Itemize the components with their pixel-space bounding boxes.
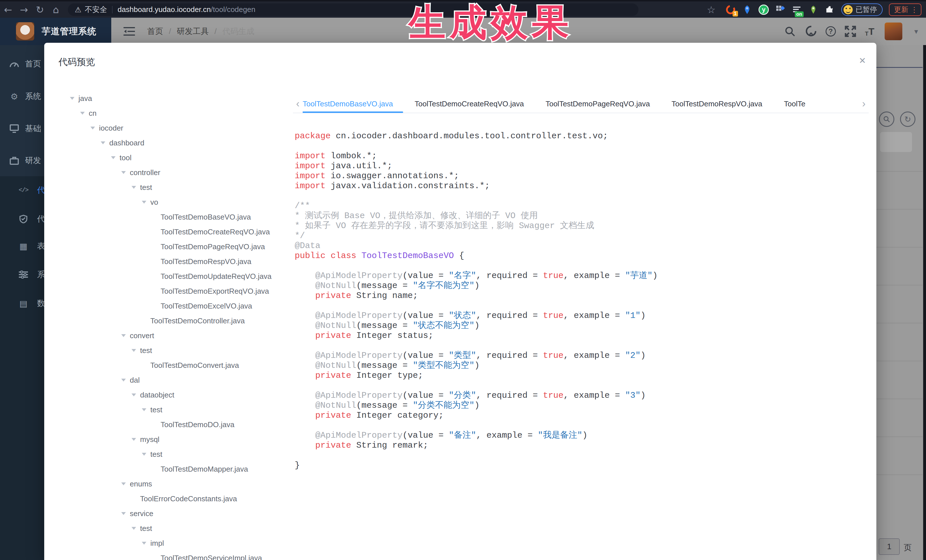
close-icon[interactable]: ✕ — [856, 54, 869, 67]
browser-scrollbar[interactable] — [923, 45, 926, 560]
tree-node-dir[interactable]: controller — [59, 165, 292, 180]
sidebar-collapse-icon[interactable] — [123, 25, 136, 38]
tree-node-dir[interactable]: iocoder — [59, 121, 292, 136]
pagination-page-input[interactable]: 1 — [879, 538, 900, 555]
avatar-caret-down-icon[interactable]: ▾ — [914, 27, 918, 36]
tree-node-dir[interactable]: convert — [59, 328, 292, 343]
tab-4[interactable]: ToolTe — [784, 95, 805, 113]
yuque-extension-icon[interactable]: y — [758, 5, 769, 15]
tree-node-dir[interactable]: test — [59, 402, 292, 417]
tree-node-dir[interactable]: dal — [59, 373, 292, 388]
help-icon[interactable]: ? — [826, 26, 836, 36]
extensions-puzzle-icon[interactable] — [825, 5, 835, 15]
tree-node-file[interactable]: ToolTestDemoServiceImpl.java — [59, 551, 292, 560]
tree-caret-icon[interactable] — [121, 483, 126, 485]
sprout-pin-extension-icon[interactable] — [808, 5, 819, 15]
tree-node-file[interactable]: ToolTestDemoCreateReqVO.java — [59, 224, 292, 239]
tree-caret-icon[interactable] — [132, 394, 136, 396]
tab-2[interactable]: ToolTestDemoPageReqVO.java — [545, 95, 650, 113]
app-logo[interactable]: 芋道管理系统 — [0, 18, 111, 45]
tree-node-dir[interactable]: enums — [59, 477, 292, 491]
tree-caret-icon[interactable] — [70, 97, 74, 100]
grid-extension-icon[interactable] — [775, 5, 785, 15]
tree-node-dir[interactable]: test — [59, 447, 292, 462]
tree-node-file[interactable]: ToolTestDemoExcelVO.java — [59, 299, 292, 313]
tree-node-file[interactable]: ToolTestDemoController.java — [59, 313, 292, 328]
tree-node-file[interactable]: ToolTestDemoDO.java — [59, 417, 292, 432]
tree-caret-icon[interactable] — [101, 142, 105, 144]
user-avatar[interactable] — [885, 23, 902, 40]
tree-caret-icon[interactable] — [142, 542, 146, 545]
sidebar-item-sub-1[interactable]: 代 — [0, 210, 44, 228]
fullscreen-icon[interactable] — [844, 25, 857, 38]
tree-caret-icon[interactable] — [142, 453, 146, 456]
tab-0[interactable]: ToolTestDemoBaseVO.java — [303, 95, 393, 113]
tree-node-dir[interactable]: test — [59, 521, 292, 536]
tree-node-file[interactable]: ToolErrorCodeConstants.java — [59, 491, 292, 506]
tree-caret-icon[interactable] — [132, 186, 136, 189]
search-round-button[interactable] — [879, 112, 894, 127]
sidebar-item-sub-4[interactable]: ▤数 — [0, 295, 44, 312]
list-switch-extension-icon[interactable]: on — [791, 5, 802, 15]
browser-reload-icon[interactable]: ↻ — [32, 3, 48, 17]
tree-node-dir[interactable]: impl — [59, 536, 292, 551]
refresh-round-button[interactable]: ↻ — [900, 112, 915, 127]
sidebar-item-0[interactable]: 首页 — [0, 55, 44, 72]
tree-caret-icon[interactable] — [142, 201, 146, 204]
tree-node-file[interactable]: ToolTestDemoRespVO.java — [59, 254, 292, 269]
tree-node-dir[interactable]: mysql — [59, 432, 292, 447]
github-icon[interactable] — [805, 25, 818, 38]
tab-3[interactable]: ToolTestDemoRespVO.java — [672, 95, 762, 113]
map-pin-extension-icon[interactable] — [742, 5, 752, 15]
tree-node-file[interactable]: ToolTestDemoConvert.java — [59, 358, 292, 373]
tree-node-label: java — [79, 94, 92, 103]
tree-caret-icon[interactable] — [132, 349, 136, 352]
paused-extension-pill[interactable]: 已暂停 — [841, 3, 883, 16]
tabs-scroll-right-icon[interactable]: › — [859, 98, 869, 110]
tab-1[interactable]: ToolTestDemoCreateReqVO.java — [415, 95, 524, 113]
tree-node-dir[interactable]: test — [59, 343, 292, 358]
breadcrumb-item[interactable]: 研发工具 — [177, 26, 209, 37]
tree-caret-icon[interactable] — [121, 379, 126, 382]
tabs-scroll-left-icon[interactable]: ‹ — [293, 98, 303, 110]
search-icon[interactable] — [783, 25, 796, 38]
tree-caret-icon[interactable] — [121, 334, 126, 337]
tree-node-dir[interactable]: dataobject — [59, 388, 292, 402]
bookmark-star-icon[interactable]: ☆ — [703, 3, 719, 17]
sidebar-item-1[interactable]: ⚙系统 — [0, 88, 44, 105]
browser-forward-icon[interactable]: → — [16, 3, 32, 17]
sidebar-item-sub-2[interactable]: ▦表 — [0, 237, 44, 255]
tree-caret-icon[interactable] — [111, 156, 115, 159]
tree-node-dir[interactable]: test — [59, 180, 292, 195]
tree-node-dir[interactable]: service — [59, 506, 292, 521]
tree-node-file[interactable]: ToolTestDemoMapper.java — [59, 462, 292, 477]
tree-caret-icon[interactable] — [80, 112, 85, 115]
sidebar-item-sub-3[interactable]: 系 — [0, 266, 44, 283]
tree-caret-icon[interactable] — [121, 171, 126, 174]
browser-back-icon[interactable]: ← — [0, 3, 16, 17]
tree-node-file[interactable]: ToolTestDemoBaseVO.java — [59, 210, 292, 224]
tree-node-dir[interactable]: java — [59, 91, 292, 106]
tree-node-dir[interactable]: cn — [59, 106, 292, 121]
tree-caret-icon[interactable] — [121, 512, 126, 515]
tree-caret-icon[interactable] — [142, 408, 146, 411]
tree-node-dir[interactable]: vo — [59, 195, 292, 210]
tree-node-dir[interactable]: dashboard — [59, 136, 292, 150]
sidebar-item-2[interactable]: 基础 — [0, 120, 44, 137]
sidebar-item-sub-0[interactable]: </>代 — [0, 182, 44, 199]
tree-node-file[interactable]: ToolTestDemoExportReqVO.java — [59, 284, 292, 299]
kebab-menu-icon[interactable]: ⋮ — [911, 5, 918, 14]
tree-caret-icon[interactable] — [132, 438, 136, 441]
tree-node-dir[interactable]: tool — [59, 150, 292, 165]
sidebar-item-3[interactable]: 研发 — [0, 152, 44, 169]
browser-home-icon[interactable]: ⌂ — [48, 3, 64, 17]
tree-caret-icon[interactable] — [91, 127, 95, 130]
tree-node-file[interactable]: ToolTestDemoPageReqVO.java — [59, 239, 292, 254]
breadcrumb-item[interactable]: 首页 — [147, 26, 163, 37]
tampermonkey-extension-icon[interactable]: 1 — [725, 5, 736, 15]
tree-caret-icon[interactable] — [132, 527, 136, 530]
tree-node-file[interactable]: ToolTestDemoUpdateReqVO.java — [59, 269, 292, 284]
browser-update-button[interactable]: 更新 ⋮ — [889, 3, 921, 16]
address-bar[interactable]: ⚠ 不安全 dashboard.yudao.iocoder.cn /tool/c… — [68, 3, 639, 16]
font-size-icon[interactable]: TT — [865, 26, 875, 37]
